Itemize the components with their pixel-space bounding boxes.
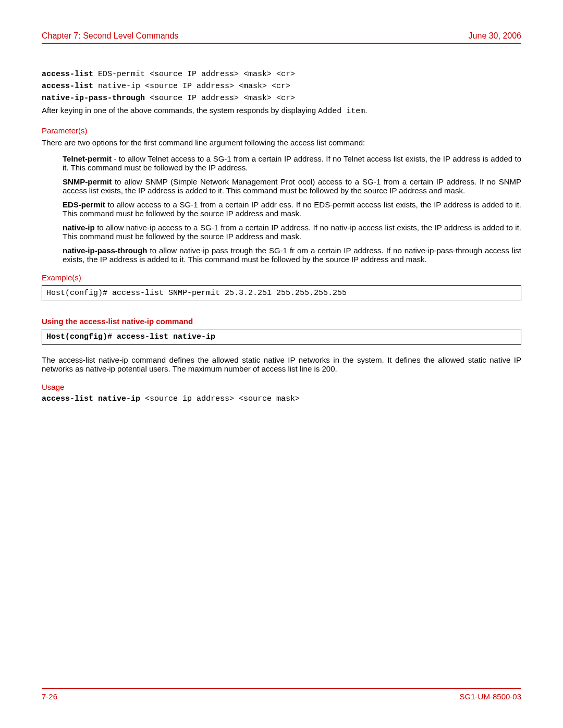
parameters-heading: Parameter(s)	[42, 126, 521, 135]
cmd-keyword: native-ip-pass-through	[42, 94, 145, 103]
term: native-ip	[63, 223, 95, 232]
definition-telnet-permit: Telnet-permit - to allow Telnet access t…	[63, 154, 521, 172]
command-line-3: native-ip-pass-through <source IP addres…	[42, 94, 521, 103]
definition-eds-permit: EDS-permit to allow access to a SG-1 fro…	[63, 200, 521, 218]
command-line-2: access-list native-ip <source IP address…	[42, 82, 521, 91]
term: SNMP-permit	[63, 177, 112, 186]
usage-heading: Usage	[42, 382, 521, 391]
definition-snmp-permit: SNMP-permit to allow SNMP (Simple Networ…	[63, 177, 521, 195]
after-text-1: After keying in one of the above command…	[42, 106, 318, 115]
subsection-codebox: Host(congfig)# access-list native-ip	[42, 329, 521, 345]
header-date: June 30, 2006	[469, 31, 521, 41]
term: EDS-permit	[63, 200, 105, 209]
after-code: Added item	[318, 107, 365, 116]
term-body: to allow SNMP (Simple Network Management…	[63, 177, 521, 195]
examples-heading: Example(s)	[42, 273, 521, 282]
usage-keyword: access-list native-ip	[42, 394, 145, 403]
after-note: After keying in one of the above command…	[42, 106, 521, 116]
after-text-2: .	[365, 106, 367, 115]
term: native-ip-pass-through	[63, 246, 148, 255]
definition-native-ip-pass-through: native-ip-pass-through to allow native-i…	[63, 246, 521, 264]
command-line-1: access-list EDS-permit <source IP addres…	[42, 70, 521, 79]
parameter-definitions: Telnet-permit - to allow Telnet access t…	[42, 154, 521, 264]
document-id: SG1-UM-8500-03	[460, 692, 521, 701]
usage-command: access-list native-ip <source ip address…	[42, 394, 521, 403]
usage-args: <source ip address> <source mask>	[145, 394, 300, 403]
page-footer: 7-26 SG1-UM-8500-03	[42, 688, 521, 701]
chapter-title: Chapter 7: Second Level Commands	[42, 31, 178, 41]
page-header: Chapter 7: Second Level Commands June 30…	[42, 31, 521, 44]
content: access-list EDS-permit <source IP addres…	[42, 44, 521, 403]
page: Chapter 7: Second Level Commands June 30…	[0, 0, 563, 728]
parameters-intro: There are two options for the first comm…	[42, 138, 521, 147]
subsection-description: The access-list native-ip command define…	[42, 355, 521, 373]
cmd-args: <source IP address> <mask> <cr>	[145, 94, 295, 103]
cmd-keyword: access-list	[42, 82, 93, 91]
term-body: - to allow Telnet access to a SG-1 from …	[63, 154, 521, 172]
page-number: 7-26	[42, 692, 57, 701]
cmd-args: EDS-permit <source IP address> <mask> <c…	[93, 70, 295, 79]
definition-native-ip: native-ip to allow native-ip access to a…	[63, 223, 521, 241]
example-codebox: Host(config)# access-list SNMP-permit 25…	[42, 285, 521, 301]
term-body: to allow access to a SG-1 from a certain…	[63, 200, 521, 218]
subsection-heading: Using the access-list native-ip command	[42, 317, 521, 326]
term-body: to allow native-ip access to a SG-1 from…	[63, 223, 521, 241]
cmd-args: native-ip <source IP address> <mask> <cr…	[93, 82, 290, 91]
cmd-keyword: access-list	[42, 70, 93, 79]
term: Telnet-permit	[63, 154, 112, 163]
